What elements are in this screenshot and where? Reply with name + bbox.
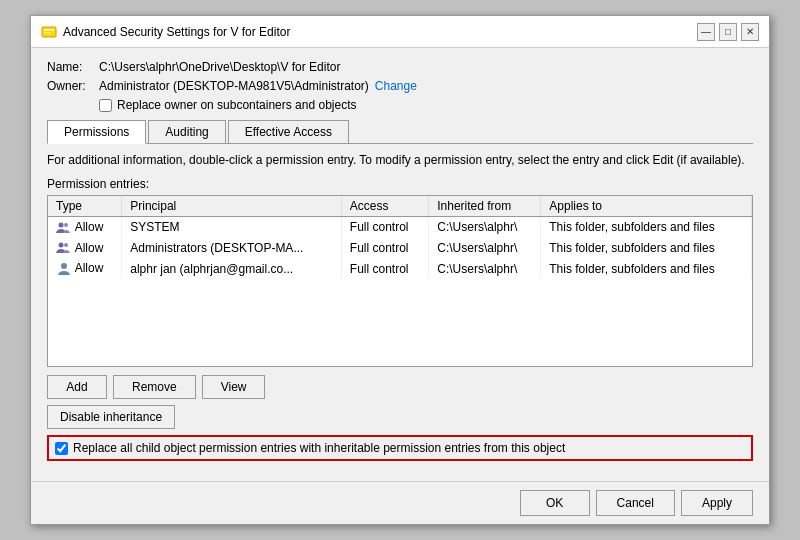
- permission-entries-label: Permission entries:: [47, 177, 753, 191]
- svg-point-5: [59, 243, 64, 248]
- tab-auditing[interactable]: Auditing: [148, 120, 225, 143]
- cell-access: Full control: [341, 238, 428, 259]
- name-label: Name:: [47, 60, 99, 74]
- owner-row: Owner: Administrator (DESKTOP-MA981V5\Ad…: [47, 79, 753, 93]
- title-bar: Advanced Security Settings for V for Edi…: [31, 16, 769, 48]
- owner-label: Owner:: [47, 79, 99, 93]
- footer: OK Cancel Apply: [31, 481, 769, 524]
- group-icon: [56, 221, 72, 235]
- table-header-row: Type Principal Access Inherited from App…: [48, 196, 752, 217]
- name-row: Name: C:\Users\alphr\OneDrive\Desktop\V …: [47, 60, 753, 74]
- main-window: Advanced Security Settings for V for Edi…: [30, 15, 770, 525]
- svg-point-4: [64, 223, 68, 227]
- close-button[interactable]: ✕: [741, 23, 759, 41]
- col-header-type: Type: [48, 196, 122, 217]
- col-header-access: Access: [341, 196, 428, 217]
- add-button[interactable]: Add: [47, 375, 107, 399]
- cell-inherited-from: C:\Users\alphr\: [429, 258, 541, 279]
- title-bar-left: Advanced Security Settings for V for Edi…: [41, 24, 290, 40]
- cell-applies-to: This folder, subfolders and files: [541, 216, 752, 237]
- tabs-bar: Permissions Auditing Effective Access: [47, 120, 753, 144]
- replace-owner-label: Replace owner on subcontainers and objec…: [117, 98, 356, 112]
- replace-owner-checkbox[interactable]: [99, 99, 112, 112]
- cancel-button[interactable]: Cancel: [596, 490, 675, 516]
- description-text: For additional information, double-click…: [47, 152, 753, 169]
- owner-value: Administrator (DESKTOP-MA981V5\Administr…: [99, 79, 369, 93]
- permissions-table: Type Principal Access Inherited from App…: [47, 195, 753, 367]
- change-owner-link[interactable]: Change: [375, 79, 417, 93]
- title-controls: — □ ✕: [697, 23, 759, 41]
- apply-button[interactable]: Apply: [681, 490, 753, 516]
- svg-rect-2: [44, 32, 51, 34]
- window-title: Advanced Security Settings for V for Edi…: [63, 25, 290, 39]
- cell-access: Full control: [341, 216, 428, 237]
- cell-access: Full control: [341, 258, 428, 279]
- svg-point-6: [64, 243, 68, 247]
- minimize-button[interactable]: —: [697, 23, 715, 41]
- cell-type: Allow: [48, 216, 122, 237]
- user-icon: [56, 262, 72, 276]
- svg-rect-1: [44, 29, 54, 31]
- window-icon: [41, 24, 57, 40]
- name-value: C:\Users\alphr\OneDrive\Desktop\V for Ed…: [99, 60, 340, 74]
- replace-permissions-checkbox[interactable]: [55, 442, 68, 455]
- table-row[interactable]: AllowAdministrators (DESKTOP-MA...Full c…: [48, 238, 752, 259]
- table-row[interactable]: Allowalphr jan (alphrjan@gmail.co...Full…: [48, 258, 752, 279]
- cell-type: Allow: [48, 258, 122, 279]
- col-header-principal: Principal: [122, 196, 342, 217]
- cell-principal: alphr jan (alphrjan@gmail.co...: [122, 258, 342, 279]
- replace-permissions-row: Replace all child object permission entr…: [47, 435, 753, 461]
- col-header-applies: Applies to: [541, 196, 752, 217]
- group-icon: [56, 241, 72, 255]
- tab-permissions[interactable]: Permissions: [47, 120, 146, 144]
- ok-button[interactable]: OK: [520, 490, 590, 516]
- maximize-button[interactable]: □: [719, 23, 737, 41]
- col-header-inherited: Inherited from: [429, 196, 541, 217]
- tab-effective-access[interactable]: Effective Access: [228, 120, 349, 143]
- cell-applies-to: This folder, subfolders and files: [541, 238, 752, 259]
- cell-applies-to: This folder, subfolders and files: [541, 258, 752, 279]
- replace-permissions-label: Replace all child object permission entr…: [73, 441, 565, 455]
- svg-point-3: [59, 222, 64, 227]
- view-button[interactable]: View: [202, 375, 266, 399]
- svg-point-7: [61, 263, 67, 269]
- cell-inherited-from: C:\Users\alphr\: [429, 238, 541, 259]
- cell-principal: SYSTEM: [122, 216, 342, 237]
- action-buttons: Add Remove View: [47, 375, 753, 399]
- cell-type: Allow: [48, 238, 122, 259]
- replace-owner-row: Replace owner on subcontainers and objec…: [99, 98, 753, 112]
- table-row[interactable]: AllowSYSTEMFull controlC:\Users\alphr\Th…: [48, 216, 752, 237]
- remove-button[interactable]: Remove: [113, 375, 196, 399]
- content-area: Name: C:\Users\alphr\OneDrive\Desktop\V …: [31, 48, 769, 481]
- disable-inheritance-button[interactable]: Disable inheritance: [47, 405, 175, 429]
- cell-principal: Administrators (DESKTOP-MA...: [122, 238, 342, 259]
- cell-inherited-from: C:\Users\alphr\: [429, 216, 541, 237]
